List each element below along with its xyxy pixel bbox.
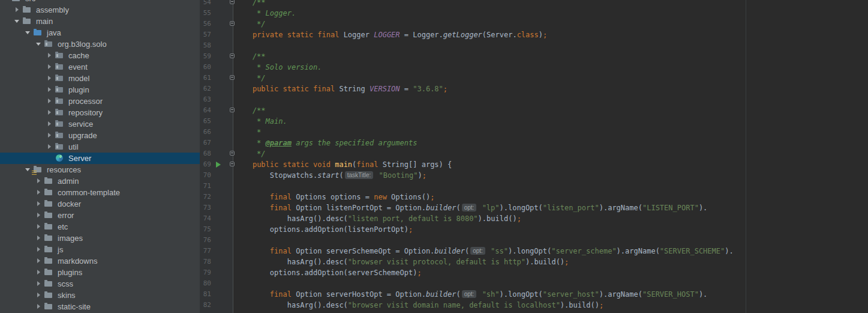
code-line-71[interactable]: 71 [200, 181, 868, 192]
tree-item-upgrade[interactable]: upgrade [0, 130, 200, 141]
line-number[interactable]: 79 [200, 267, 211, 278]
code-line-79[interactable]: 79 options.addOption(serverSchemeOpt); [200, 267, 868, 278]
tree-item-static-site[interactable]: static-site [0, 301, 200, 312]
line-number[interactable]: 66 [200, 127, 211, 138]
code-line-55[interactable]: 55 * Logger. [200, 8, 868, 19]
chevron-down-icon[interactable] [1, 0, 11, 4]
code-line-58[interactable]: 58 [200, 40, 868, 51]
run-gutter-icon[interactable] [216, 162, 221, 168]
code-line-74[interactable]: 74 hasArg().desc("listen port, default i… [200, 213, 868, 224]
tree-item-docker[interactable]: docker [0, 198, 200, 210]
tree-item-etc[interactable]: etc [0, 221, 200, 232]
line-number[interactable]: 80 [200, 278, 211, 289]
tree-item-service[interactable]: service [0, 118, 200, 130]
line-number[interactable]: 63 [200, 94, 211, 105]
tree-item-plugins[interactable]: plugins [0, 267, 200, 278]
code-line-76[interactable]: 76 [200, 235, 868, 246]
chevron-right-icon[interactable] [12, 4, 22, 16]
fold-marker-end[interactable] [230, 151, 235, 156]
code-line-54[interactable]: 54 /** [200, 0, 868, 8]
line-number[interactable]: 75 [200, 224, 211, 235]
line-number[interactable]: 58 [200, 40, 211, 51]
chevron-right-icon[interactable] [34, 187, 44, 198]
fold-marker-start[interactable] [230, 162, 235, 166]
line-number[interactable]: 72 [200, 192, 211, 202]
code-line-73[interactable]: 73 final Option listenPortOpt = Option.b… [200, 202, 868, 213]
tree-item-src[interactable]: src [0, 0, 200, 4]
tree-item-assembly[interactable]: assembly [0, 4, 200, 16]
tree-item-cache[interactable]: cache [0, 50, 200, 61]
chevron-right-icon[interactable] [44, 50, 55, 61]
code-line-59[interactable]: 59 /** [200, 51, 868, 62]
tree-item-js[interactable]: js [0, 244, 200, 255]
fold-marker-end[interactable] [230, 75, 235, 80]
chevron-down-icon[interactable] [34, 38, 44, 50]
line-number[interactable]: 61 [200, 73, 211, 84]
chevron-right-icon[interactable] [44, 84, 55, 96]
chevron-right-icon[interactable] [34, 278, 44, 290]
line-number[interactable]: 60 [200, 62, 211, 73]
fold-marker-start[interactable] [230, 108, 235, 112]
code-line-80[interactable]: 80 [200, 278, 868, 289]
line-number[interactable]: 67 [200, 138, 211, 148]
line-number[interactable]: 64 [200, 105, 211, 116]
tree-item-repository[interactable]: repository [0, 107, 200, 118]
line-number[interactable]: 77 [200, 246, 211, 257]
chevron-right-icon[interactable] [34, 198, 44, 210]
fold-marker-start[interactable] [230, 53, 235, 58]
tree-item-server[interactable]: Server [0, 153, 200, 164]
line-number[interactable]: 56 [200, 19, 211, 29]
chevron-right-icon[interactable] [44, 130, 55, 141]
tree-item-common-template[interactable]: common-template [0, 187, 200, 198]
chevron-right-icon[interactable] [44, 61, 55, 73]
chevron-right-icon[interactable] [44, 96, 55, 107]
chevron-right-icon[interactable] [44, 118, 55, 130]
code-line-81[interactable]: 81 final Option serverHostOpt = Option.b… [200, 289, 868, 300]
tree-item-plugin[interactable]: plugin [0, 84, 200, 96]
line-number[interactable]: 62 [200, 84, 211, 94]
chevron-right-icon[interactable] [34, 301, 44, 312]
tree-item-org-b3log-solo[interactable]: org.b3log.solo [0, 38, 200, 50]
chevron-right-icon[interactable] [44, 73, 55, 84]
chevron-right-icon[interactable] [34, 175, 44, 187]
chevron-right-icon[interactable] [34, 290, 44, 301]
chevron-down-icon[interactable] [23, 27, 33, 38]
code-line-63[interactable]: 63 [200, 94, 868, 105]
code-line-78[interactable]: 78 hasArg().desc("browser visit protocol… [200, 257, 868, 267]
line-number[interactable]: 78 [200, 257, 211, 267]
line-number[interactable]: 70 [200, 170, 211, 181]
line-number[interactable]: 73 [200, 202, 211, 213]
fold-marker-start[interactable] [230, 0, 235, 4]
chevron-right-icon[interactable] [34, 267, 44, 278]
line-number[interactable]: 71 [200, 181, 211, 192]
code-line-77[interactable]: 77 final Option serverSchemeOpt = Option… [200, 246, 868, 257]
code-line-61[interactable]: 61 */ [200, 73, 868, 84]
tree-item-util[interactable]: util [0, 141, 200, 153]
chevron-right-icon[interactable] [44, 141, 55, 153]
code-line-65[interactable]: 65 * Main. [200, 116, 868, 127]
line-number[interactable]: 57 [200, 29, 211, 40]
line-number[interactable]: 82 [200, 300, 211, 311]
chevron-down-icon[interactable] [12, 16, 22, 27]
code-line-66[interactable]: 66 * [200, 127, 868, 138]
chevron-right-icon[interactable] [44, 107, 55, 118]
code-line-75[interactable]: 75 options.addOption(listenPortOpt); [200, 224, 868, 235]
code-line-70[interactable]: 70 Stopwatchs.start(taskTitle: "Booting"… [200, 170, 868, 181]
chevron-right-icon[interactable] [34, 210, 44, 221]
line-number[interactable]: 81 [200, 289, 211, 300]
code-line-68[interactable]: 68 */ [200, 148, 868, 159]
code-line-62[interactable]: 62 public static final String VERSION = … [200, 84, 868, 94]
chevron-right-icon[interactable] [34, 232, 44, 244]
tree-item-skins[interactable]: skins [0, 290, 200, 301]
line-number[interactable]: 65 [200, 116, 211, 127]
code-line-57[interactable]: 57 private static final Logger LOGGER = … [200, 29, 868, 40]
chevron-right-icon[interactable] [34, 244, 44, 255]
code-line-72[interactable]: 72 final Options options = new Options()… [200, 192, 868, 202]
code-line-56[interactable]: 56 */ [200, 19, 868, 29]
tree-item-error[interactable]: error [0, 210, 200, 221]
line-number[interactable]: 74 [200, 213, 211, 224]
code-line-69[interactable]: 69 public static void main(final String[… [200, 159, 868, 170]
code-line-82[interactable]: 82 hasArg().desc("browser visit domain n… [200, 300, 868, 311]
chevron-right-icon[interactable] [34, 221, 44, 232]
code-line-60[interactable]: 60 * Solo version. [200, 62, 868, 73]
